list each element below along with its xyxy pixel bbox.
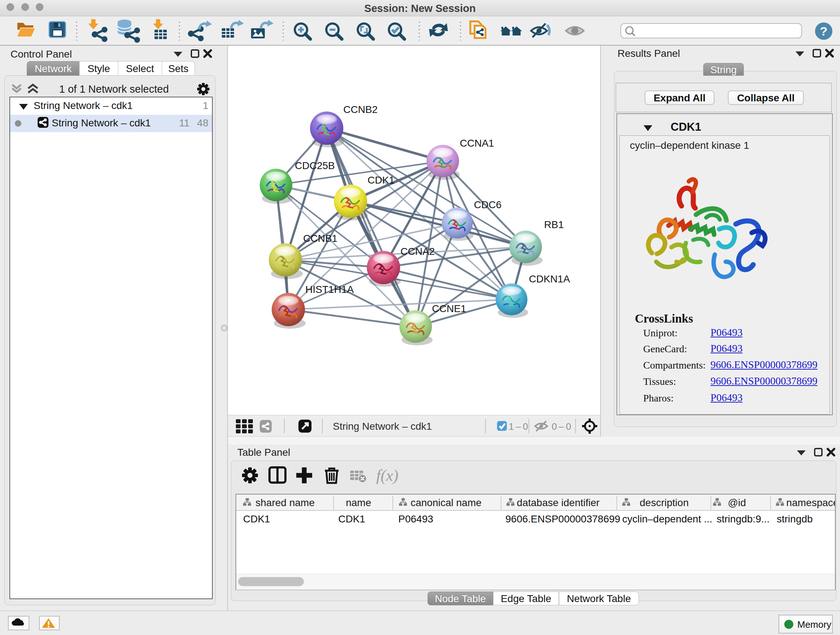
svg-text:1 – 0: 1 – 0 — [508, 421, 528, 432]
svg-text:CDK1: CDK1 — [368, 174, 395, 186]
svg-text:CDC25B: CDC25B — [295, 160, 335, 171]
svg-text:shared name: shared name — [256, 497, 314, 508]
svg-text:f(x): f(x) — [376, 467, 398, 485]
svg-text:canonical name: canonical name — [411, 497, 482, 508]
svg-text:RB1: RB1 — [544, 219, 564, 230]
svg-text:name: name — [346, 497, 371, 508]
svg-text:String Network – cdk1: String Network – cdk1 — [333, 421, 432, 432]
svg-text:CDC6: CDC6 — [474, 199, 501, 211]
svg-text:CCNB2: CCNB2 — [343, 104, 378, 115]
svg-text:@id: @id — [728, 497, 746, 508]
svg-text:namespace: namespace — [786, 497, 835, 508]
svg-text:CCNA2: CCNA2 — [401, 246, 435, 257]
svg-text:HIST1H1A: HIST1H1A — [305, 284, 354, 295]
svg-text:CCNA1: CCNA1 — [460, 138, 494, 149]
svg-text:database identifier: database identifier — [517, 497, 600, 508]
svg-text:0 – 0: 0 – 0 — [552, 421, 571, 432]
svg-text:CDKN1A: CDKN1A — [529, 273, 570, 285]
svg-text:description: description — [639, 497, 688, 508]
svg-text:CCNB1: CCNB1 — [303, 233, 338, 244]
svg-text:CCNE1: CCNE1 — [432, 303, 466, 314]
